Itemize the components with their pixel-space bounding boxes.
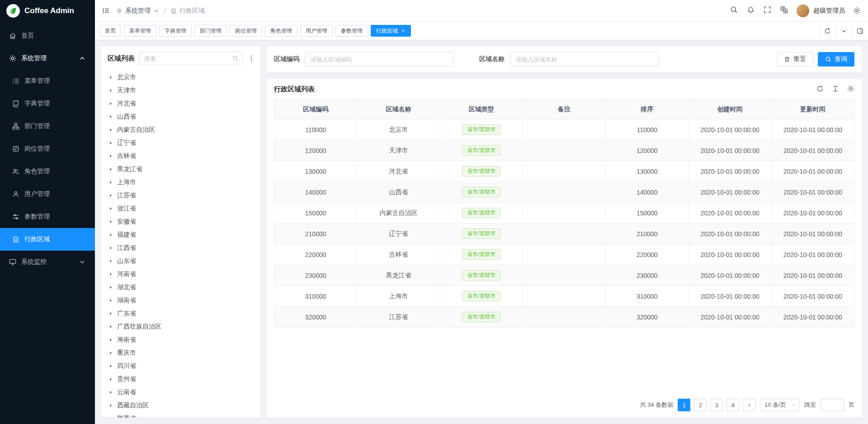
tree-search-input[interactable]	[139, 52, 242, 65]
cell-code: 210000	[274, 224, 357, 244]
text-width-button[interactable]	[832, 85, 839, 94]
cell-sort: 110000	[606, 119, 689, 140]
tree-item[interactable]: 吉林省	[101, 149, 260, 162]
sidebar-item-label: 系统监控	[21, 258, 47, 266]
tree-item[interactable]: 内蒙古自治区	[101, 123, 260, 136]
cell-type: 省市/直辖市	[440, 182, 523, 203]
tab-4[interactable]: 岗位管理	[230, 25, 262, 37]
tree-item[interactable]: 安徽省	[101, 215, 260, 228]
tab-2[interactable]: 字典管理	[159, 25, 192, 37]
tree-item[interactable]: 海南省	[101, 333, 260, 346]
sidebar-item-post[interactable]: 岗位管理	[0, 138, 95, 160]
refresh-icon	[824, 28, 831, 34]
tree-panel-header: 区域列表	[101, 46, 260, 69]
tree-item[interactable]: 天津市	[101, 84, 260, 97]
sidebar-item-system[interactable]: 系统管理	[0, 47, 95, 70]
sidebar-item-role[interactable]: 角色管理	[0, 160, 95, 183]
fullscreen-button[interactable]	[764, 6, 771, 16]
tree-menu-icon[interactable]	[247, 55, 256, 62]
settings-gear-icon[interactable]	[853, 7, 861, 14]
sidebar-item-monitor[interactable]: 系统监控	[0, 251, 95, 273]
page-button-3[interactable]: 3	[710, 399, 723, 411]
next-page-button[interactable]	[743, 399, 755, 411]
region-type-badge: 省市/直辖市	[462, 229, 500, 239]
tab-1[interactable]: 菜单管理	[124, 25, 156, 37]
caret-right-icon	[108, 128, 113, 132]
tree-item[interactable]: 山东省	[101, 254, 260, 267]
coffee-logo-icon	[6, 4, 20, 18]
cell-sort: 150000	[606, 203, 689, 224]
sidebar-item-dept[interactable]: 部门管理	[0, 115, 95, 138]
sidebar-item-param[interactable]: 参数管理	[0, 205, 95, 228]
tree-item[interactable]: 云南省	[101, 386, 260, 399]
tree-item[interactable]: 北京市	[101, 71, 260, 84]
region-name-input[interactable]	[510, 52, 659, 67]
tree-item[interactable]: 上海市	[101, 176, 260, 189]
table-title: 行政区域列表	[274, 85, 315, 94]
tree-item[interactable]: 湖北省	[101, 281, 260, 294]
pagination-total: 共 34 条数据	[640, 401, 674, 409]
tree-item[interactable]: 四川省	[101, 359, 260, 372]
tree-item[interactable]: 福建省	[101, 228, 260, 241]
page-button-4[interactable]: 4	[726, 399, 739, 411]
panel-button[interactable]	[852, 22, 868, 40]
region-tree: 北京市天津市河北省山西省内蒙古自治区辽宁省吉林省黑龙江省上海市江苏省浙江省安徽省…	[101, 69, 260, 418]
arrow-right-icon	[747, 403, 752, 408]
tree-item[interactable]: 辽宁省	[101, 136, 260, 149]
user-name: 超级管理员	[813, 7, 845, 15]
jump-label-prefix: 跳至	[804, 401, 816, 409]
tab-6[interactable]: 用户管理	[300, 25, 333, 37]
tree-item-label: 河南省	[117, 270, 136, 278]
search-icon[interactable]	[232, 55, 239, 62]
sidebar-item-dict[interactable]: 字典管理	[0, 92, 95, 115]
sidebar-item-user[interactable]: 用户管理	[0, 183, 95, 205]
jump-page-input[interactable]	[821, 399, 844, 411]
tree-item[interactable]: 黑龙江省	[101, 162, 260, 176]
page-button-2[interactable]: 2	[694, 399, 707, 411]
tab-5[interactable]: 角色管理	[265, 25, 297, 37]
tree-item[interactable]: 山西省	[101, 110, 260, 123]
tab-7[interactable]: 参数管理	[335, 25, 368, 37]
sidebar-item-home[interactable]: 首页	[0, 24, 95, 47]
cell-updated: 2020-10-01 00:00:00	[771, 203, 854, 224]
tab-0[interactable]: 首页	[99, 25, 121, 37]
tab-label: 首页	[105, 27, 116, 35]
reset-button[interactable]: 重置	[777, 52, 813, 67]
chevron-down-button[interactable]	[835, 22, 852, 40]
refresh-button[interactable]	[816, 85, 824, 94]
search-button[interactable]	[730, 6, 738, 16]
tree-item[interactable]: 广西壮族自治区	[101, 320, 260, 333]
tree-item[interactable]: 江苏省	[101, 189, 260, 202]
tree-item[interactable]: 江西省	[101, 241, 260, 254]
tree-item[interactable]: 陕西省	[101, 412, 260, 418]
sidebar-item-menu[interactable]: 菜单管理	[0, 70, 95, 92]
sidebar-item-region[interactable]: 行政区域	[0, 228, 95, 251]
cell-name: 江苏省	[357, 307, 440, 328]
caret-right-icon	[108, 206, 113, 211]
tree-item[interactable]: 浙江省	[101, 202, 260, 215]
table-row: 150000内蒙古自治区省市/直辖市1500002020-10-01 00:00…	[274, 203, 854, 224]
tree-item[interactable]: 重庆市	[101, 346, 260, 359]
gear-button[interactable]	[847, 85, 854, 94]
page-size-select[interactable]: 10 条/页	[760, 399, 800, 411]
refresh-button[interactable]	[819, 22, 835, 40]
page-button-1[interactable]: 1	[678, 399, 690, 411]
bell-button[interactable]	[747, 6, 755, 16]
sidebar-item-label: 菜单管理	[24, 77, 50, 85]
tab-8[interactable]: 行政区域	[371, 25, 411, 37]
table-row: 130000河北省省市/直辖市1300002020-10-01 00:00:00…	[274, 161, 854, 182]
translate-button[interactable]	[780, 6, 788, 16]
tree-item[interactable]: 湖南省	[101, 294, 260, 307]
region-code-input[interactable]	[305, 52, 454, 67]
tab-3[interactable]: 部门管理	[194, 25, 227, 37]
tree-item[interactable]: 西藏自治区	[101, 399, 260, 412]
home-icon	[9, 32, 16, 39]
tree-item[interactable]: 河南省	[101, 267, 260, 281]
user-menu[interactable]: 超级管理员	[796, 4, 845, 18]
tree-item[interactable]: 广东省	[101, 307, 260, 320]
tree-item[interactable]: 河北省	[101, 97, 260, 110]
sidebar-collapse-icon[interactable]	[102, 7, 110, 14]
search-button[interactable]: 查询	[818, 52, 854, 67]
tree-item[interactable]: 贵州省	[101, 372, 260, 386]
breadcrumb-item[interactable]: 系统管理	[116, 7, 160, 15]
